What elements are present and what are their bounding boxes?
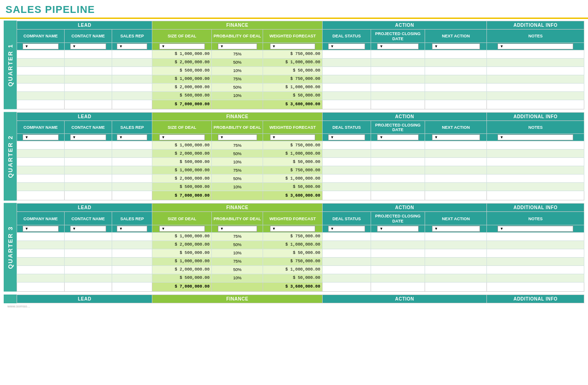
q3-row-6: $ 500,000.00 10% $ 50,000.00 bbox=[17, 274, 584, 282]
q2-prob-col: PROBABILITY OF DEAL bbox=[212, 120, 263, 134]
watermark: www.somso... bbox=[4, 303, 584, 309]
q3-action-header: ACTION bbox=[322, 204, 487, 212]
q3-salesrep-filter[interactable]: ▼ bbox=[117, 226, 147, 232]
q2-company-col: COMPANY NAME bbox=[17, 120, 65, 134]
q3-prob-col: PROBABILITY OF DEAL bbox=[212, 212, 263, 225]
q3-row-5: $ 2,000,000.00 50% $ 1,000,000.00 bbox=[17, 265, 584, 274]
proj-close-col: PROJECTED CLOSING DATE bbox=[371, 30, 425, 43]
bottom-lead-header: LEAD bbox=[17, 295, 152, 303]
q2-contact-filter[interactable]: ▼ bbox=[70, 134, 106, 140]
q2-action-header: ACTION bbox=[322, 112, 487, 120]
q3-prob-filter[interactable]: ▼ bbox=[218, 226, 257, 232]
bottom-quarter-spacer bbox=[4, 295, 17, 303]
weighted-forecast-col: WEIGHTED FORECAST bbox=[263, 30, 323, 43]
q3-notes-filter[interactable]: ▼ bbox=[498, 226, 573, 232]
bottom-action-header: ACTION bbox=[322, 295, 487, 303]
finance-header: FINANCE bbox=[152, 21, 322, 30]
size-of-deal-col: SIZE OF DEAL bbox=[152, 30, 212, 43]
company-filter-btn[interactable]: ▼ bbox=[23, 43, 59, 49]
company-name-col: COMPANY NAME bbox=[17, 30, 65, 43]
q3-row-1: $ 1,000,000.00 75% $ 750,000.00 bbox=[17, 232, 584, 241]
q1-filter-row: ▼ ▼ ▼ ▼ ▼ ▼ ▼ ▼ ▼ ▼ bbox=[17, 42, 584, 50]
q2-weighted-filter[interactable]: ▼ bbox=[270, 134, 316, 140]
q2-close-date-filter[interactable]: ▼ bbox=[377, 134, 419, 140]
q2-col-header: COMPANY NAME CONTACT NAME SALES REP SIZE… bbox=[17, 120, 584, 134]
q3-status-col: DEAL STATUS bbox=[322, 212, 371, 225]
next-action-filter-btn[interactable]: ▼ bbox=[432, 43, 480, 49]
q1-row-5: $ 2,000,000.00 50% $ 1,000,000.00 bbox=[17, 83, 584, 91]
sales-rep-col: SALES REP bbox=[112, 30, 152, 43]
contact-name-col: CONTACT NAME bbox=[64, 30, 112, 43]
q2-notes-filter[interactable]: ▼ bbox=[498, 134, 573, 140]
q2-contact-col: CONTACT NAME bbox=[64, 120, 112, 134]
q2-company-filter[interactable]: ▼ bbox=[23, 134, 59, 140]
q2-section-header: LEAD FINANCE ACTION ADDITIONAL INFO bbox=[17, 112, 584, 120]
q2-finance-header: FINANCE bbox=[152, 112, 322, 120]
main-title: SALES PIPELINE bbox=[6, 4, 582, 16]
q2-row-3: $ 500,000.00 10% $ 50,000.00 bbox=[17, 158, 584, 166]
q2-row-4: $ 1,000,000.00 75% $ 750,000.00 bbox=[17, 166, 584, 174]
status-filter-btn[interactable]: ▼ bbox=[328, 43, 365, 49]
q3-status-filter[interactable]: ▼ bbox=[328, 226, 365, 232]
contact-filter-btn[interactable]: ▼ bbox=[70, 43, 106, 49]
notes-col: NOTES bbox=[487, 30, 584, 43]
q2-salesrep-filter[interactable]: ▼ bbox=[117, 134, 147, 140]
bottom-additional-header: ADDITIONAL INFO bbox=[487, 295, 584, 303]
q3-proj-close-col: PROJECTED CLOSING DATE bbox=[371, 212, 425, 225]
q2-additional-header: ADDITIONAL INFO bbox=[487, 112, 584, 120]
deal-status-col: DEAL STATUS bbox=[322, 30, 371, 43]
q3-section-header: LEAD FINANCE ACTION ADDITIONAL INFO bbox=[17, 204, 584, 212]
close-date-filter-btn[interactable]: ▼ bbox=[377, 43, 419, 49]
q3-weighted-col: WEIGHTED FORECAST bbox=[263, 212, 323, 225]
q3-row-2: $ 2,000,000.00 50% $ 1,000,000.00 bbox=[17, 241, 584, 249]
q3-contact-filter[interactable]: ▼ bbox=[70, 226, 106, 232]
next-action-col: NEXT ACTION bbox=[425, 30, 487, 43]
q2-salesrep-col: SALES REP bbox=[112, 120, 152, 134]
weighted-filter-btn[interactable]: ▼ bbox=[270, 43, 316, 49]
q2-status-filter[interactable]: ▼ bbox=[328, 134, 365, 140]
prob-filter-btn[interactable]: ▼ bbox=[218, 43, 257, 49]
bottom-finance-header: FINANCE bbox=[152, 295, 322, 303]
q1-col-header: COMPANY NAME CONTACT NAME SALES REP SIZE… bbox=[17, 30, 584, 43]
q3-notes-col: NOTES bbox=[487, 212, 584, 225]
q3-contact-col: CONTACT NAME bbox=[64, 212, 112, 225]
q2-deal-size-filter[interactable]: ▼ bbox=[159, 134, 205, 140]
q2-deal-size-col: SIZE OF DEAL bbox=[152, 120, 212, 134]
q3-salesrep-col: SALES REP bbox=[112, 212, 152, 225]
quarter-3-label: QUARTER 3 bbox=[4, 203, 17, 292]
q1-section-header: LEAD FINANCE ACTION ADDITIONAL INFO bbox=[17, 21, 584, 30]
q3-next-action-col: NEXT ACTION bbox=[425, 212, 487, 225]
q1-row-1: $ 1,000,000.00 75% $ 750,000.00 bbox=[17, 50, 584, 58]
salesrep-filter-btn[interactable]: ▼ bbox=[117, 43, 147, 49]
notes-filter-btn[interactable]: ▼ bbox=[498, 43, 573, 49]
q3-weighted-filter[interactable]: ▼ bbox=[270, 226, 316, 232]
q1-row-4: $ 1,000,000.00 75% $ 750,000.00 bbox=[17, 75, 584, 83]
q3-row-4: $ 1,000,000.00 75% $ 750,000.00 bbox=[17, 257, 584, 265]
page-title: SALES PIPELINE bbox=[0, 0, 588, 19]
deal-size-filter-btn[interactable]: ▼ bbox=[159, 43, 205, 49]
q2-row-6: $ 500,000.00 10% $ 50,000.00 bbox=[17, 183, 584, 191]
q2-weighted-col: WEIGHTED FORECAST bbox=[263, 120, 323, 134]
q3-close-date-filter[interactable]: ▼ bbox=[377, 226, 419, 232]
q1-row-2: $ 2,000,000.00 50% $ 1,000,000.00 bbox=[17, 58, 584, 66]
quarter-3-block: QUARTER 3 LEAD FINANCE ACTION ADDITIONAL… bbox=[4, 203, 584, 292]
action-header: ACTION bbox=[322, 21, 487, 30]
q3-deal-size-col: SIZE OF DEAL bbox=[152, 212, 212, 225]
q2-lead-header: LEAD bbox=[17, 112, 152, 120]
q3-company-filter[interactable]: ▼ bbox=[23, 226, 59, 232]
prob-deal-col: PROBABILITY OF DEAL bbox=[212, 30, 263, 43]
q2-row-5: $ 2,000,000.00 50% $ 1,000,000.00 bbox=[17, 174, 584, 183]
q3-row-3: $ 500,000.00 10% $ 50,000.00 bbox=[17, 249, 584, 257]
q1-total-row: $ 7,000,000.00 $ 3,600,000.00 bbox=[17, 100, 584, 109]
q2-total-row: $ 7,000,000.00 $ 3,600,000.00 bbox=[17, 191, 584, 200]
q2-next-action-filter[interactable]: ▼ bbox=[432, 134, 480, 140]
q2-status-col: DEAL STATUS bbox=[322, 120, 371, 134]
q3-next-action-filter[interactable]: ▼ bbox=[432, 226, 480, 232]
quarter-2-block: QUARTER 2 LEAD FINANCE ACTION ADDITIONAL… bbox=[4, 112, 584, 201]
bottom-section: LEAD FINANCE ACTION ADDITIONAL INFO bbox=[4, 295, 584, 303]
q3-deal-size-filter[interactable]: ▼ bbox=[159, 226, 205, 232]
q2-prob-filter[interactable]: ▼ bbox=[218, 134, 257, 140]
q2-proj-close-col: PROJECTED CLOSING DATE bbox=[371, 120, 425, 134]
additional-header: ADDITIONAL INFO bbox=[487, 21, 584, 30]
q3-col-header: COMPANY NAME CONTACT NAME SALES REP SIZE… bbox=[17, 212, 584, 225]
